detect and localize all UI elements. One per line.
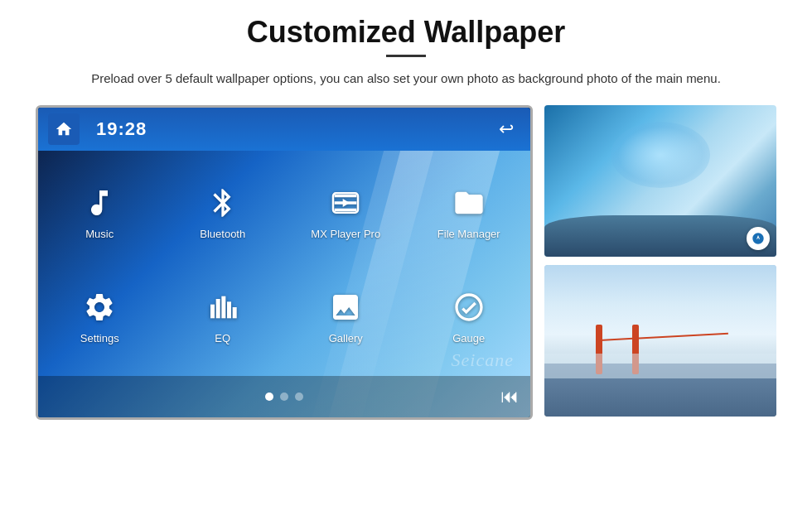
svg-rect-4 (221, 296, 225, 318)
screen-bottom: ⏮ (38, 376, 530, 417)
page-title: Customized Wallpaper (247, 15, 566, 50)
app-mxplayer[interactable]: MX Player Pro (284, 159, 408, 263)
dot-3[interactable] (295, 393, 303, 401)
eq-icon (203, 287, 243, 327)
home-button[interactable] (48, 113, 80, 145)
side-thumbnails (544, 105, 776, 417)
settings-icon (80, 287, 119, 327)
svg-rect-6 (232, 307, 236, 318)
bridge-sky (544, 265, 776, 364)
title-underline (386, 55, 426, 57)
bluetooth-icon (203, 183, 243, 223)
app-mxplayer-label: MX Player Pro (311, 228, 380, 240)
screen-time: 19:28 (96, 118, 147, 140)
content-row: 19:28 ↩ Music (33, 105, 779, 420)
app-filemanager-label: File Manager (437, 228, 500, 240)
svg-rect-2 (210, 304, 215, 318)
ice-cave-bg (544, 105, 776, 257)
page-wrapper: Customized Wallpaper Preload over 5 defa… (0, 0, 812, 525)
thumbnail-bridge[interactable] (544, 265, 776, 417)
filemanager-icon (449, 183, 489, 223)
app-music-label: Music (85, 228, 114, 240)
gallery-icon (326, 287, 365, 327)
dot-2[interactable] (280, 393, 288, 401)
app-gallery[interactable]: Gallery (284, 263, 408, 368)
dot-1[interactable] (265, 393, 273, 401)
app-gauge-label: Gauge (452, 332, 485, 344)
app-gallery-label: Gallery (329, 332, 363, 344)
svg-rect-3 (215, 299, 220, 318)
app-eq-label: EQ (215, 332, 230, 344)
app-settings-label: Settings (80, 332, 119, 344)
app-bluetooth[interactable]: Bluetooth (162, 159, 285, 263)
app-bluetooth-label: Bluetooth (200, 228, 245, 240)
svg-marker-1 (343, 199, 350, 207)
page-description: Preload over 5 default wallpaper options… (91, 69, 721, 89)
watermark: Seicane (452, 349, 514, 371)
bridge-fog (544, 354, 776, 378)
notification-badge (747, 227, 770, 250)
screen-header: 19:28 ↩ (38, 108, 530, 151)
thumbnail-ice-cave[interactable] (544, 105, 776, 257)
car-screen: 19:28 ↩ Music (36, 105, 533, 420)
skip-button[interactable]: ⏮ (500, 386, 519, 407)
ice-rocks (544, 215, 776, 257)
app-music[interactable]: Music (38, 159, 162, 263)
back-button[interactable]: ↩ (499, 118, 514, 140)
screen-body: Music Bluetooth MX Player Pro (38, 151, 530, 417)
app-eq[interactable]: EQ (162, 263, 285, 368)
mxplayer-icon (326, 183, 365, 223)
app-grid: Music Bluetooth MX Player Pro (38, 151, 530, 376)
svg-rect-5 (227, 301, 231, 318)
music-icon (80, 183, 119, 223)
ice-glow (611, 122, 710, 188)
bridge-scene (544, 265, 776, 417)
dot-indicators (265, 393, 303, 401)
gauge-icon (449, 287, 489, 327)
app-filemanager[interactable]: File Manager (408, 159, 531, 263)
app-settings[interactable]: Settings (38, 263, 162, 368)
